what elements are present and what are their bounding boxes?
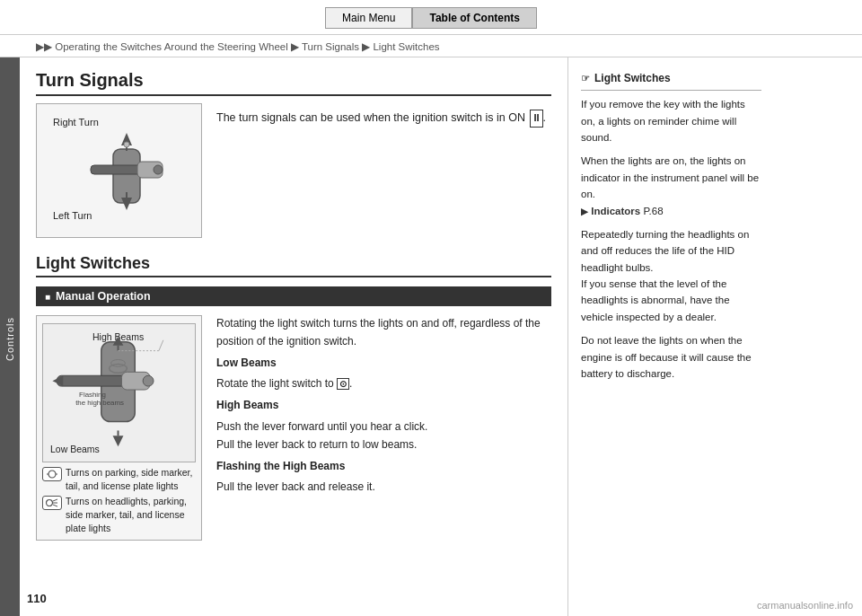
turn-signals-diagram: Right Turn Left Turn [36,103,202,238]
note-icon: ☞ [581,71,590,87]
icon-row-2: Turns on headlights, parking, side marke… [42,495,196,534]
svg-point-24 [48,471,56,478]
light-switches-title: Light Switches [36,254,551,277]
right-panel-p3: Repeatedly turning the headlights on and… [581,226,761,325]
svg-point-7 [154,165,163,174]
light-switch-svg: Flashing the high beams [43,324,195,462]
low-beams-symbol: ⊙ [337,378,349,390]
headlight-icon [42,496,62,510]
svg-marker-18 [113,436,124,446]
high-beams-head: High Beams [216,399,278,411]
right-panel: ☞ Light Switches If you remove the key w… [567,57,774,616]
manual-op-bar: Manual Operation [36,286,551,306]
svg-point-27 [47,500,53,506]
svg-text:Flashing: Flashing [79,391,106,399]
low-beams-head: Low Beams [216,356,277,369]
page-number: 110 [27,592,47,605]
svg-line-28 [53,499,57,501]
light-switches-content: High Beams [36,315,551,541]
turn-signals-title: Turn Signals [36,70,551,96]
ignition-symbol: II [530,110,542,128]
breadcrumb: ▶▶ Operating the Switches Around the Ste… [0,35,862,57]
svg-point-8 [124,142,129,147]
toc-button[interactable]: Table of Contents [412,7,536,29]
watermark: carmanualsonline.info [757,600,853,611]
right-panel-p1: If you remove the key with the lights on… [581,96,761,145]
turn-signal-svg [64,122,189,221]
main-layout: Controls Turn Signals Right Turn Left Tu… [0,57,862,616]
light-text: Rotating the light switch turns the ligh… [216,315,551,541]
light-diagram: High Beams [36,315,202,541]
flashing-head: Flashing the High Beams [216,460,345,472]
right-panel-title: ☞ Light Switches [581,70,761,91]
low-beams-diagram-label: Low Beams [50,444,100,454]
svg-marker-5 [121,198,132,210]
turn-signals-text: The turn signals can be used when the ig… [216,103,546,238]
main-menu-button[interactable]: Main Menu [325,7,412,29]
indicators-link[interactable]: ▶ Indicators [581,206,643,216]
svg-rect-10 [57,375,128,386]
svg-marker-15 [113,337,124,346]
svg-point-12 [143,375,154,386]
turn-signals-content: Right Turn Left Turn [36,103,551,238]
top-nav: Main Menu Table of Contents [0,0,862,35]
icon-row-1: Turns on parking, side marker, tail, and… [42,466,196,492]
right-panel-p2: When the lights are on, the lights on in… [581,153,761,219]
light-diagram-inner: High Beams [42,323,196,462]
svg-line-30 [53,505,57,506]
sidebar-tab: Controls [0,57,20,616]
parking-light-icon [42,467,62,481]
svg-rect-1 [91,165,145,174]
svg-text:the high beams: the high beams [75,399,124,407]
right-panel-p4: Do not leave the lights on when the engi… [581,332,761,382]
sidebar-label: Controls [4,317,15,361]
svg-line-23 [159,340,163,351]
content-area: Turn Signals Right Turn Left Turn [20,57,567,616]
